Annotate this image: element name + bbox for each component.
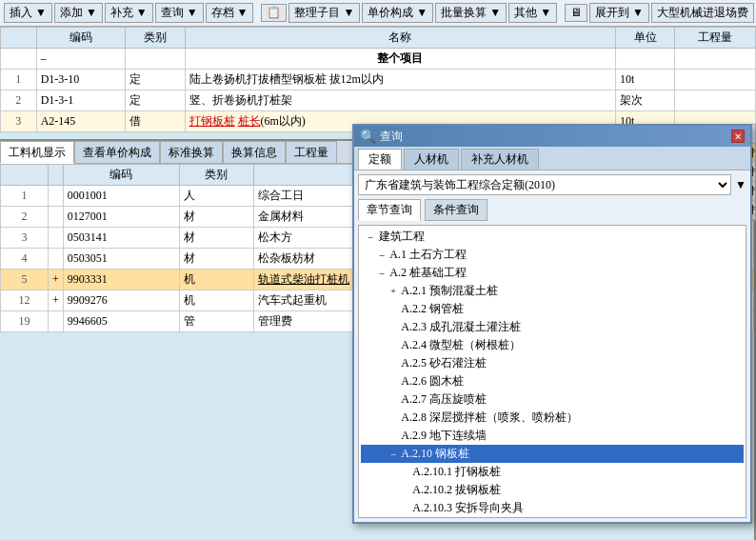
dialog-icon: 🔍 xyxy=(360,129,376,145)
dialog-content: 广东省建筑与装饰工程综合定额(2010) ▼ 章节查询 条件查询 – 建筑工程 … xyxy=(354,170,750,522)
table-cell-name[interactable]: 陆上卷扬机打拔槽型钢板桩 拔12m以内 xyxy=(185,70,615,90)
toolbar: 插入 ▼ 添加 ▼ 补充 ▼ 查询 ▼ 存档 ▼ 📋 整理子目 ▼ 单价构成 ▼… xyxy=(0,0,756,27)
table-cell-code[interactable]: A2-145 xyxy=(36,111,126,132)
table-cell-code[interactable]: 0503141 xyxy=(63,228,179,249)
tree-item[interactable]: A.2.7 高压旋喷桩 xyxy=(361,390,744,409)
table-cell-code[interactable]: 9903331 xyxy=(63,270,179,290)
table-cell-code[interactable]: 9946605 xyxy=(63,311,179,332)
table-cell-expand[interactable] xyxy=(49,228,64,249)
query-btn[interactable]: 查询 ▼ xyxy=(155,3,204,23)
table-cell-unit xyxy=(615,49,674,70)
table-row-num: 2 xyxy=(1,90,37,111)
expand-btn[interactable]: 展开到 ▼ xyxy=(589,3,649,23)
tree-item[interactable]: – A.1 土石方工程 xyxy=(361,246,744,264)
lower-col-type: 类别 xyxy=(179,165,254,186)
table-cell-code[interactable]: 9909276 xyxy=(63,290,179,311)
tree-item[interactable]: + A.2.11 锚杆土钉 xyxy=(361,517,744,518)
tab-工程量[interactable]: 工程量 xyxy=(286,141,337,163)
tree-expand-icon: – xyxy=(388,449,399,459)
dialog-dropdown-row: 广东省建筑与装饰工程综合定额(2010) ▼ xyxy=(358,174,746,195)
insert-btn[interactable]: 插入 ▼ xyxy=(4,3,52,23)
tree-item[interactable]: A.2.2 钢管桩 xyxy=(361,300,744,318)
table-cell-type: 材 xyxy=(179,228,254,249)
table-cell-type: 定 xyxy=(126,90,185,111)
table-cell-code[interactable]: 0001001 xyxy=(63,186,179,207)
table-row-num: 2 xyxy=(1,207,49,228)
supplement-btn[interactable]: 补充 ▼ xyxy=(105,3,153,23)
archive-btn[interactable]: 存档 ▼ xyxy=(206,3,254,23)
tree-item[interactable]: A.2.5 砂石灌注桩 xyxy=(361,354,744,372)
dialog-title-text: 查询 xyxy=(380,129,403,145)
add-btn[interactable]: 添加 ▼ xyxy=(54,3,103,23)
tree-item[interactable]: – A.2 桩基础工程 xyxy=(361,264,744,282)
tree-item[interactable]: A.2.10.3 安拆导向夹具 xyxy=(361,499,744,517)
table-cell-code[interactable]: D1-3-1 xyxy=(36,90,126,111)
table-row-num xyxy=(1,49,37,70)
tab-换算信息[interactable]: 换算信息 xyxy=(223,141,286,163)
table-cell-type: 机 xyxy=(179,270,254,290)
tree-area: – 建筑工程 – A.1 土石方工程 – A.2 桩基础工程 + A.2.1 预… xyxy=(358,225,746,518)
table-row-num: 5 xyxy=(1,270,49,290)
tab-标准换算[interactable]: 标准换算 xyxy=(160,141,223,163)
table-cell-code[interactable]: D1-3-10 xyxy=(36,70,126,90)
query-tab-chapter[interactable]: 章节查询 xyxy=(358,199,421,221)
other-btn[interactable]: 其他 ▼ xyxy=(508,3,557,23)
dialog-tab-dinge[interactable]: 定额 xyxy=(358,149,402,170)
tree-item[interactable]: – A.2.10 钢板桩 xyxy=(361,445,744,463)
quota-select[interactable]: 广东省建筑与装饰工程综合定额(2010) xyxy=(358,174,731,195)
tree-expand-icon: + xyxy=(388,286,399,296)
table-row-num: 1 xyxy=(1,70,37,90)
table-cell-code: – xyxy=(36,49,126,70)
table-cell-expand[interactable] xyxy=(49,186,64,207)
organize-btn[interactable]: 整理子目 ▼ xyxy=(288,3,360,23)
tab-查看单价构成[interactable]: 查看单价构成 xyxy=(74,141,160,163)
tree-item[interactable]: + A.2.1 预制混凝土桩 xyxy=(361,282,744,300)
tree-item[interactable]: A.2.3 成孔混凝土灌注桩 xyxy=(361,318,744,336)
lower-col-code: 编码 xyxy=(63,165,179,186)
upper-table: 编码 类别 名称 单位 工程量 – 整个项目 1 D1-3-10 定 陆上卷扬机… xyxy=(0,27,756,132)
table-cell-name[interactable]: 竖、折卷扬机打桩架 xyxy=(185,90,615,111)
clipboard-btn[interactable]: 📋 xyxy=(261,4,287,22)
col-rownum xyxy=(1,28,37,49)
col-qty: 工程量 xyxy=(675,28,756,49)
table-cell-qty xyxy=(675,90,756,111)
table-cell-expand[interactable]: + xyxy=(49,290,64,311)
table-cell-type: 定 xyxy=(126,70,185,90)
table-cell-expand[interactable] xyxy=(49,207,64,228)
table-cell-type: 材 xyxy=(179,249,254,270)
dialog-tab-rencaiji[interactable]: 人材机 xyxy=(404,149,459,170)
tree-item[interactable]: A.2.6 圆木桩 xyxy=(361,372,744,390)
dialog-tab-buchong[interactable]: 补充人材机 xyxy=(461,149,539,170)
dialog-close-btn[interactable]: ✕ xyxy=(731,130,745,143)
dialog-title-left: 🔍 查询 xyxy=(360,129,403,145)
tree-item[interactable]: A.2.8 深层搅拌桩（喷浆、喷粉桩） xyxy=(361,409,744,427)
tree-expand-icon: – xyxy=(376,250,388,260)
table-cell-expand[interactable]: + xyxy=(49,270,64,290)
col-unit: 单位 xyxy=(615,28,674,49)
table-cell-qty xyxy=(675,49,756,70)
screen-btn[interactable]: 🖥 xyxy=(565,4,587,22)
tree-item[interactable]: A.2.10.1 打钢板桩 xyxy=(361,463,744,481)
tree-item[interactable]: A.2.4 微型桩（树根桩） xyxy=(361,336,744,354)
query-dialog: 🔍 查询 ✕ 定额 人材机 补充人材机 广东省建筑与装饰工程综合定额(2010)… xyxy=(352,124,752,524)
tree-item[interactable]: A.2.9 地下连续墙 xyxy=(361,427,744,445)
unit-price-btn[interactable]: 单价构成 ▼ xyxy=(362,3,433,23)
col-name: 名称 xyxy=(185,28,615,49)
table-row-num: 3 xyxy=(1,228,49,249)
tab-gongliaoji显示[interactable]: 工料机显示 xyxy=(0,141,74,164)
batch-calc-btn[interactable]: 批量换算 ▼ xyxy=(435,3,507,23)
tree-item[interactable]: – 建筑工程 xyxy=(361,228,744,246)
query-tab-condition[interactable]: 条件查询 xyxy=(425,199,487,221)
table-cell-expand[interactable] xyxy=(49,311,64,332)
table-cell-unit: 10t xyxy=(615,70,674,90)
table-row-num: 12 xyxy=(1,290,49,311)
col-code: 编码 xyxy=(36,28,126,49)
lower-col-num xyxy=(1,165,49,186)
table-row-num: 1 xyxy=(1,186,49,207)
table-row-num: 3 xyxy=(1,111,37,132)
tree-item[interactable]: A.2.10.2 拔钢板桩 xyxy=(361,481,744,499)
table-cell-code[interactable]: 0503051 xyxy=(63,249,179,270)
machine-fee-btn[interactable]: 大型机械进退场费 xyxy=(651,3,754,23)
table-cell-expand[interactable] xyxy=(49,249,64,270)
table-cell-code[interactable]: 0127001 xyxy=(63,207,179,228)
